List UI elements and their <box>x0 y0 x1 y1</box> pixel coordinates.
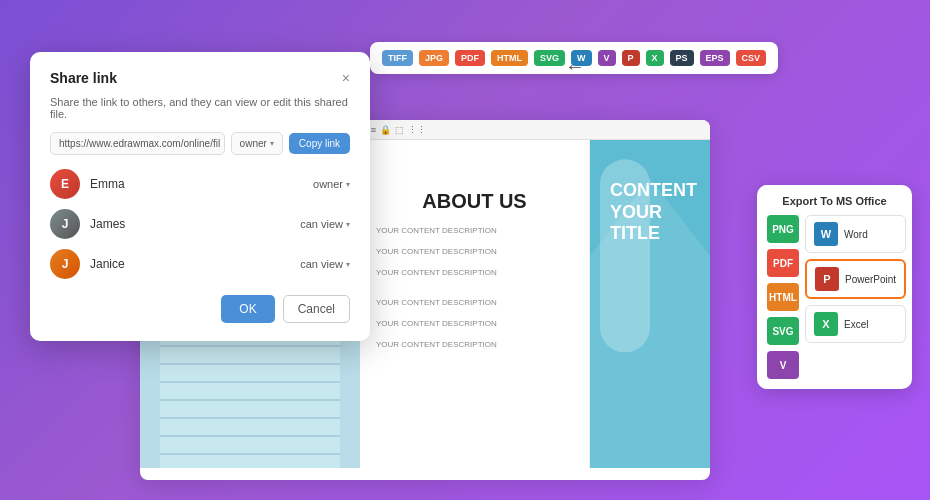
format-svg[interactable]: SVG <box>534 50 565 66</box>
export-panel-title: Export To MS Office <box>767 195 902 207</box>
powerpoint-icon: P <box>815 267 839 291</box>
word-icon: W <box>814 222 838 246</box>
ok-button[interactable]: OK <box>221 295 274 323</box>
about-desc-5: YOUR CONTENT DESCRIPTION <box>376 318 573 331</box>
link-permission-dropdown[interactable]: owner ▾ <box>231 132 283 155</box>
link-permission-label: owner <box>240 138 267 149</box>
export-panel: Export To MS Office PNG PDF HTML SVG V W… <box>757 185 912 389</box>
tb-icon14[interactable]: ≡ <box>371 125 376 135</box>
export-card-excel[interactable]: X Excel <box>805 305 906 343</box>
user-row-emma: E Emma owner ▾ <box>50 169 350 199</box>
dialog-footer: OK Cancel <box>50 295 350 323</box>
format-html[interactable]: HTML <box>491 50 528 66</box>
arrow-indicator: ← <box>565 55 585 78</box>
export-icon-svg[interactable]: SVG <box>767 317 799 345</box>
excel-label: Excel <box>844 319 868 330</box>
export-panel-body: PNG PDF HTML SVG V W Word P PowerPoint X… <box>767 215 902 379</box>
powerpoint-label: PowerPoint <box>845 274 896 285</box>
about-desc-1: YOUR CONTENT DESCRIPTION <box>376 225 573 238</box>
format-tiff[interactable]: TIFF <box>382 50 413 66</box>
avatar-james: J <box>50 209 80 239</box>
tb-icon16[interactable]: ⬚ <box>395 125 404 135</box>
about-desc-3: YOUR CONTENT DESCRIPTION <box>376 267 573 280</box>
about-desc-4: YOUR CONTENT DESCRIPTION <box>376 297 573 310</box>
user-name-janice: Janice <box>90 257 290 271</box>
format-excel[interactable]: X <box>646 50 664 66</box>
about-desc-2: YOUR CONTENT DESCRIPTION <box>376 246 573 259</box>
chevron-down-icon-emma: ▾ <box>346 180 350 189</box>
chevron-down-icon-janice: ▾ <box>346 260 350 269</box>
export-icon-html[interactable]: HTML <box>767 283 799 311</box>
tb-icon17[interactable]: ⋮⋮ <box>408 125 426 135</box>
user-perm-james[interactable]: can view ▾ <box>300 218 350 230</box>
user-name-emma: Emma <box>90 177 303 191</box>
format-visio[interactable]: V <box>598 50 616 66</box>
link-row: https://www.edrawmax.com/online/fil owne… <box>50 132 350 155</box>
canvas-right-section: CONTENT YOUR TITLE <box>590 140 710 468</box>
user-row-janice: J Janice can view ▾ <box>50 249 350 279</box>
word-label: Word <box>844 229 868 240</box>
export-icon-png[interactable]: PNG <box>767 215 799 243</box>
chevron-down-icon-james: ▾ <box>346 220 350 229</box>
user-perm-emma[interactable]: owner ▾ <box>313 178 350 190</box>
user-list: E Emma owner ▾ J James can view ▾ J Jani… <box>50 169 350 279</box>
chevron-down-icon: ▾ <box>270 139 274 148</box>
export-right-cards: W Word P PowerPoint X Excel <box>805 215 906 379</box>
format-ppt[interactable]: P <box>622 50 640 66</box>
canvas-about-section: ABOUT US YOUR CONTENT DESCRIPTION YOUR C… <box>360 140 590 468</box>
dialog-description: Share the link to others, and they can v… <box>50 96 350 120</box>
format-csv[interactable]: CSV <box>736 50 767 66</box>
about-title: ABOUT US <box>376 190 573 213</box>
export-card-powerpoint[interactable]: P PowerPoint <box>805 259 906 299</box>
avatar-janice: J <box>50 249 80 279</box>
format-pdf[interactable]: PDF <box>455 50 485 66</box>
export-icon-visio[interactable]: V <box>767 351 799 379</box>
format-jpg[interactable]: JPG <box>419 50 449 66</box>
format-ps[interactable]: PS <box>670 50 694 66</box>
dialog-header: Share link × <box>50 70 350 86</box>
tb-icon15[interactable]: 🔒 <box>380 125 391 135</box>
close-icon[interactable]: × <box>342 71 350 85</box>
dialog-title: Share link <box>50 70 117 86</box>
cancel-button[interactable]: Cancel <box>283 295 350 323</box>
copy-link-button[interactable]: Copy link <box>289 133 350 154</box>
excel-icon: X <box>814 312 838 336</box>
user-row-james: J James can view ▾ <box>50 209 350 239</box>
format-eps[interactable]: EPS <box>700 50 730 66</box>
export-card-word[interactable]: W Word <box>805 215 906 253</box>
link-input[interactable]: https://www.edrawmax.com/online/fil <box>50 132 225 155</box>
export-left-icons: PNG PDF HTML SVG V <box>767 215 799 379</box>
content-title: CONTENT YOUR TITLE <box>610 180 700 245</box>
avatar-emma: E <box>50 169 80 199</box>
export-icon-pdf[interactable]: PDF <box>767 249 799 277</box>
user-name-james: James <box>90 217 290 231</box>
share-dialog: Share link × Share the link to others, a… <box>30 52 370 341</box>
user-perm-janice[interactable]: can view ▾ <box>300 258 350 270</box>
about-desc-6: YOUR CONTENT DESCRIPTION <box>376 339 573 352</box>
